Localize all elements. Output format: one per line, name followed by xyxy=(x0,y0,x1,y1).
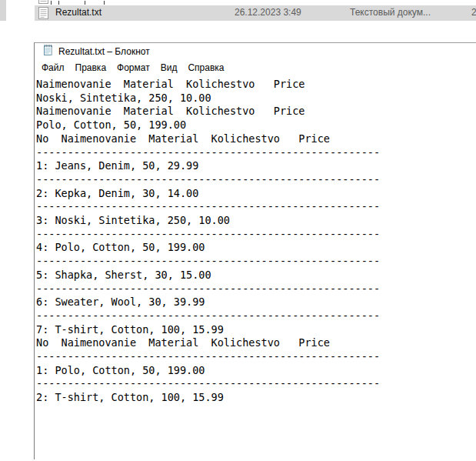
text-file-icon xyxy=(38,0,48,5)
file-date-modified: 26.12.2023 3:49 xyxy=(235,7,301,18)
menu-file[interactable]: Файл xyxy=(36,61,70,75)
clipped-text-fragment xyxy=(51,1,52,5)
file-size: 2 xyxy=(471,7,476,18)
screenshot-root: { "explorer": { "file_row": { "name": "R… xyxy=(0,0,476,461)
notepad-titlebar[interactable]: Rezultat.txt – Блокнот xyxy=(35,43,476,60)
menu-view[interactable]: Вид xyxy=(155,61,183,75)
notepad-app-icon xyxy=(42,44,54,59)
menu-format[interactable]: Формат xyxy=(112,61,155,75)
clipped-text-fragment xyxy=(104,1,105,5)
notepad-window: Rezultat.txt – Блокнот Файл Правка Форма… xyxy=(34,42,476,459)
file-name: Rezultat.txt xyxy=(55,7,102,18)
clipped-text-fragment xyxy=(85,1,85,5)
file-row-rezultat[interactable]: Rezultat.txt 26.12.2023 3:49 Текстовый д… xyxy=(35,5,476,21)
menu-help[interactable]: Справка xyxy=(182,61,229,75)
file-type: Текстовый докум... xyxy=(350,7,431,18)
notepad-text-area[interactable]: Naimenovanie Material Kolichestvo Price … xyxy=(35,75,476,405)
menu-edit[interactable]: Правка xyxy=(70,61,112,75)
explorer-partial-row xyxy=(0,0,476,5)
window-title: Rezultat.txt – Блокнот xyxy=(58,46,150,57)
text-file-icon xyxy=(38,7,48,22)
notepad-menubar: Файл Правка Формат Вид Справка xyxy=(35,60,476,75)
clipped-text-fragment xyxy=(58,1,59,5)
